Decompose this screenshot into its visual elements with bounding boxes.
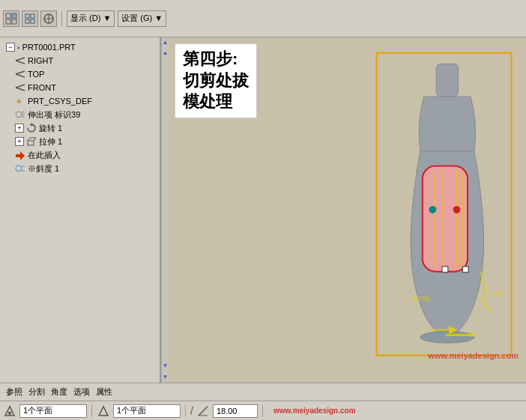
status-item-angle[interactable]: 角度 (51, 386, 67, 398)
tree-item-csys[interactable]: ✳ PRT_CSYS_DEF (3, 94, 157, 108)
tree-root[interactable]: − ▪ PRT0001.PRT (3, 40, 157, 54)
revolve-icon (26, 123, 37, 133)
svg-line-24 (28, 138, 30, 141)
svg-rect-7 (31, 19, 34, 23)
angle-slash: / (190, 405, 193, 417)
plane-icon-2 (15, 69, 25, 79)
top-toolbar: 显示 (D) ▼ 设置 (G) ▼ (0, 0, 526, 37)
left-panel: − ▪ PRT0001.PRT RIGHT TOP FRONT ✳ (0, 37, 161, 383)
angle-input[interactable] (213, 404, 258, 418)
svg-rect-45 (462, 267, 468, 273)
revolve-expand[interactable]: + (15, 124, 24, 133)
svg-rect-2 (6, 19, 10, 24)
scroll-down2[interactable]: ▼ (163, 361, 169, 371)
csys-icon: ✳ (15, 96, 25, 106)
svg-rect-3 (12, 19, 16, 24)
tree-item-top[interactable]: TOP (3, 67, 157, 81)
svg-rect-1 (12, 13, 16, 18)
svg-rect-5 (31, 14, 34, 18)
watermark-text: www.meiyadesign.com (273, 407, 356, 415)
svg-line-14 (16, 74, 25, 77)
toolbar-icon-3[interactable] (40, 10, 57, 27)
svg-line-12 (16, 61, 25, 64)
right-plane-input[interactable] (113, 404, 181, 418)
toolbar-icon-1[interactable] (3, 10, 19, 27)
status-item-ref[interactable]: 参照 (6, 386, 22, 398)
svg-rect-0 (6, 13, 10, 18)
draft-icon (15, 163, 25, 174)
plane-icon (15, 55, 25, 66)
model-tree: − ▪ PRT0001.PRT RIGHT TOP FRONT ✳ (0, 37, 160, 383)
svg-line-25 (34, 138, 36, 141)
svg-marker-27 (16, 151, 25, 160)
svg-rect-6 (25, 19, 29, 23)
display-dropdown[interactable]: 显示 (D) ▼ (67, 10, 115, 27)
toolbar-icon-2[interactable] (22, 10, 38, 27)
status-item-attrs[interactable]: 属性 (96, 386, 112, 398)
tree-item-draft[interactable]: ※斜度 1 (3, 162, 157, 175)
svg-point-28 (16, 165, 22, 171)
extrude-icon (26, 136, 37, 147)
svg-rect-35 (423, 166, 468, 272)
root-icon: ▪ (17, 43, 20, 52)
status-bar: 参照 分割 角度 选项 属性 (0, 383, 526, 401)
main-area: − ▪ PRT0001.PRT RIGHT TOP FRONT ✳ (0, 37, 526, 383)
svg-line-30 (22, 170, 25, 171)
scroll-up[interactable]: ▲ (163, 37, 169, 48)
step-text-box: 第四步: 切剪处拔 模处理 (175, 43, 257, 118)
svg-rect-23 (28, 141, 34, 145)
watermark: www.meiyadesign.com (428, 351, 519, 360)
svg-line-13 (16, 71, 25, 74)
svg-text:✳: ✳ (16, 97, 22, 106)
tree-item-extrude39[interactable]: 伸出项 标识39 (3, 108, 157, 121)
root-expand[interactable]: − (6, 43, 15, 52)
svg-point-43 (453, 206, 461, 213)
svg-point-42 (429, 206, 437, 213)
status-item-split[interactable]: 分割 (28, 386, 45, 398)
tree-item-right[interactable]: RIGHT (3, 54, 157, 67)
scroll-down[interactable]: ▼ (163, 372, 169, 383)
tree-item-revolve[interactable]: + 旋转 1 (3, 121, 157, 135)
settings-dropdown[interactable]: 设置 (G) ▼ (118, 10, 166, 27)
svg-text:16:00: 16:00 (413, 295, 429, 302)
bottom-icon-2[interactable] (97, 404, 110, 418)
svg-marker-55 (99, 407, 108, 416)
bottom-toolbar: / www.meiyadesign.com (0, 401, 526, 420)
svg-line-16 (16, 88, 25, 91)
svg-line-15 (16, 85, 25, 88)
viewport[interactable]: 第四步: 切剪处拔 模处理 (169, 37, 526, 383)
feature-icon (15, 109, 25, 120)
extrude-expand[interactable]: + (15, 137, 24, 146)
svg-rect-4 (25, 14, 29, 18)
insert-icon (15, 150, 25, 160)
tree-item-front[interactable]: FRONT (3, 81, 157, 94)
plane-icon-3 (15, 82, 25, 93)
scroll-indicator: ▲ ▲ ▼ ▼ (161, 37, 169, 383)
status-item-options[interactable]: 选项 (73, 386, 90, 398)
angle-icon[interactable] (196, 404, 210, 418)
svg-line-11 (16, 58, 25, 61)
svg-point-18 (16, 112, 22, 118)
svg-text:15:00: 15:00 (488, 290, 503, 297)
tree-item-extrude1[interactable]: + 拉伸 1 (3, 135, 157, 148)
svg-rect-33 (436, 64, 458, 97)
svg-line-56 (199, 407, 208, 416)
svg-line-29 (22, 165, 25, 167)
tree-item-insert[interactable]: 在此插入 (3, 148, 157, 162)
scroll-up2[interactable]: ▲ (163, 48, 169, 58)
svg-rect-44 (442, 267, 448, 273)
left-plane-input[interactable] (19, 404, 87, 418)
bottom-icon-1[interactable] (3, 404, 16, 418)
svg-point-34 (420, 332, 474, 344)
